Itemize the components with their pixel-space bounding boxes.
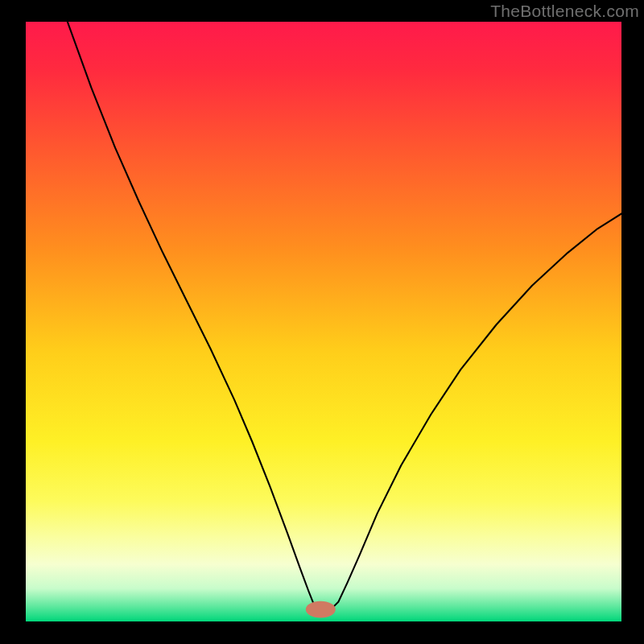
chart-frame: TheBottleneck.com <box>0 0 644 644</box>
plot-area <box>26 22 621 621</box>
minimum-marker <box>306 601 336 618</box>
chart-svg <box>26 22 621 621</box>
watermark-text: TheBottleneck.com <box>490 2 639 21</box>
plot-background <box>26 22 621 621</box>
